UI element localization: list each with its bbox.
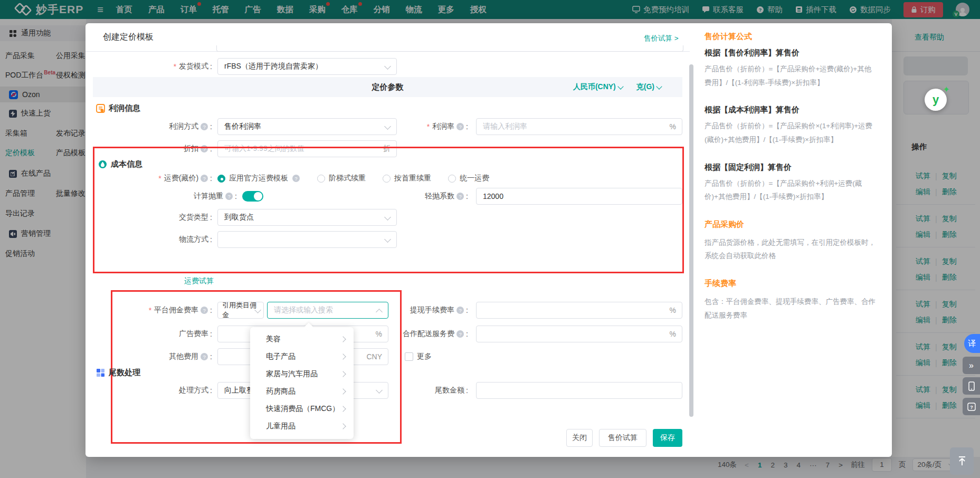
svg-text:?: ? — [970, 404, 973, 409]
category-option-home-auto[interactable]: 家居与汽车用品 — [250, 365, 354, 383]
chevron-down-icon — [384, 214, 391, 221]
freight-trial-link[interactable]: 运费试算 — [184, 276, 214, 286]
category-option-electronics[interactable]: 电子产品 — [250, 348, 354, 365]
logistics-label: 物流方式: — [85, 231, 212, 248]
scrollbar-thumb[interactable] — [689, 64, 693, 417]
withdraw-fee-input[interactable]: % — [476, 302, 682, 319]
help-body: 产品售价（折前价）=【产品采购价×(1+利润率)+运费(藏价)+其他费用】/【(… — [705, 119, 878, 146]
profit-method-label: 利润方式?: — [85, 118, 212, 135]
withdraw-fee-label: 提现手续费率?: — [381, 302, 468, 319]
category-search-select[interactable]: 请选择或输入搜索 — [267, 302, 388, 319]
more-checkbox-row[interactable]: 更多 — [405, 352, 432, 361]
info-icon[interactable]: ? — [201, 307, 208, 314]
info-icon[interactable]: ? — [201, 175, 208, 182]
commission-type-select[interactable]: 引用类目佣金 — [217, 302, 264, 319]
coop-fee-label: 合作配送服务费?: — [381, 326, 468, 342]
chevron-down-icon — [384, 236, 391, 243]
info-icon[interactable]: ? — [456, 193, 464, 200]
help-body: 包含：平台佣金费率、提现手续费率、广告费率、合作配送服务费率 — [705, 295, 878, 322]
radio-tiered-weight[interactable]: 阶梯式续重 — [317, 174, 366, 183]
info-icon[interactable]: ? — [225, 193, 233, 200]
throw-weight-label: 计算抛重?: — [110, 188, 237, 205]
category-dropdown-panel: 美容 电子产品 家居与汽车用品 药房商品 快速消费品（FMCG） 儿童用品 — [250, 327, 354, 439]
modal-scrollbar[interactable] — [689, 55, 693, 454]
profit-icon — [96, 104, 105, 113]
checkbox-icon — [405, 352, 413, 361]
freight-radio-group: 应用官方运费模板? 阶梯式续重 按首重续重 统一运费 — [217, 173, 489, 184]
template-name-input-partial[interactable] — [216, 45, 683, 52]
translate-float-button[interactable]: 译 — [964, 334, 980, 353]
phone-icon — [968, 381, 975, 391]
info-icon[interactable]: ? — [456, 307, 464, 314]
chevron-down-icon — [656, 83, 662, 89]
coop-fee-input[interactable]: % — [476, 326, 682, 342]
chevron-right-icon — [340, 353, 346, 359]
close-button[interactable]: 关闭 — [566, 429, 593, 447]
assistant-float-button[interactable]: y ✦ — [925, 89, 947, 111]
currency-select[interactable]: 人民币(CNY) — [573, 82, 623, 92]
cost-icon — [98, 160, 107, 169]
radio-off-icon — [383, 175, 391, 183]
throw-factor-input[interactable]: 12000 — [476, 188, 682, 205]
radio-flat-freight[interactable]: 统一运费 — [448, 174, 489, 183]
weight-unit-select[interactable]: 克(G) — [636, 82, 661, 92]
help-heading: 根据【固定利润】算售价 — [705, 162, 884, 173]
sparkle-icon: ✦ — [943, 84, 950, 94]
ship-mode-select[interactable]: rFBS（适用于跨境自营卖家） — [217, 58, 397, 75]
rounding-section-header: 尾数处理 — [96, 368, 140, 378]
delivery-type-select[interactable]: 到取货点 — [217, 209, 397, 226]
ship-mode-label: *发货模式: — [85, 58, 212, 75]
radio-official-template[interactable]: 应用官方运费模板? — [217, 174, 300, 183]
chevron-down-icon — [384, 63, 391, 70]
throw-factor-label: 轻抛系数?: — [381, 188, 468, 205]
radio-on-icon — [217, 175, 225, 183]
chevron-right-icon — [340, 423, 346, 429]
profit-method-select[interactable]: 售价利润率 — [217, 118, 397, 135]
info-icon[interactable]: ? — [292, 175, 300, 182]
freight-label: *运费(藏价)?: — [85, 173, 212, 184]
assistant-logo: y — [933, 93, 939, 107]
info-icon[interactable]: ? — [201, 123, 208, 130]
category-option-pharmacy[interactable]: 药房商品 — [250, 383, 354, 400]
chevron-right-icon — [340, 388, 346, 394]
rounding-amount-label: 尾数金额: — [381, 382, 468, 399]
save-button[interactable]: 保存 — [653, 429, 682, 447]
question-float-button[interactable]: ? — [963, 398, 980, 415]
category-option-children[interactable]: 儿童用品 — [250, 417, 354, 435]
chevron-right-icon — [340, 371, 346, 377]
rounding-amount-input[interactable] — [476, 382, 682, 399]
help-heading: 根据【售价利润率】算售价 — [705, 48, 884, 58]
price-trial-link[interactable]: 售价试算 > — [644, 34, 679, 43]
logistics-select[interactable] — [217, 231, 397, 248]
info-icon[interactable]: ? — [456, 330, 464, 338]
help-heading: 根据【成本利润率】算售价 — [705, 105, 884, 115]
radio-first-continue-weight[interactable]: 按首重续重 — [383, 174, 431, 183]
cost-section-header: 成本信息 — [98, 159, 142, 169]
help-panel: 售价计算公式 根据【售价利润率】算售价 产品售价（折前价）=【产品采购价+运费(… — [697, 23, 884, 338]
info-icon[interactable]: ? — [201, 353, 208, 360]
help-body: 产品售价（折前价）=【产品采购价+利润+运费(藏价)+其他费用】/【(1-手续费… — [705, 177, 878, 204]
back-to-top-button[interactable] — [950, 447, 974, 475]
category-option-beauty[interactable]: 美容 — [250, 330, 354, 348]
price-trial-button[interactable]: 售价试算 — [599, 429, 646, 447]
throw-weight-toggle[interactable] — [242, 191, 263, 202]
chevron-right-icon — [340, 406, 346, 412]
rounding-icon — [96, 368, 105, 377]
chevron-right-icon — [340, 336, 346, 342]
mobile-float-button[interactable] — [963, 377, 980, 395]
info-icon[interactable]: ? — [456, 123, 464, 130]
help-title-formula: 售价计算公式 — [705, 32, 884, 42]
profit-section-header: 利润信息 — [96, 103, 140, 113]
category-option-fmcg[interactable]: 快速消费品（FMCG） — [250, 400, 354, 417]
help-body: 指产品货源价格，此处无需填写，在引用定价模板时，系统会自动获取此价格 — [705, 236, 878, 263]
question-icon: ? — [967, 403, 976, 411]
chevron-down-icon — [617, 83, 623, 89]
create-pricing-template-modal: 创建定价模板 售价试算 > *发货模式: rFBS（适用于跨境自营卖家） 定价参… — [85, 23, 892, 457]
modal-title: 创建定价模板 — [103, 32, 154, 43]
pricing-params-bar: 定价参数 人民币(CNY) 克(G) — [93, 77, 682, 97]
rounding-method-label: 处理方式: — [85, 382, 212, 399]
radio-off-icon — [448, 175, 456, 183]
help-title-purchase: 产品采购价 — [705, 219, 884, 230]
profit-rate-input[interactable]: 请输入利润率% — [476, 118, 682, 135]
collapse-float-button[interactable]: » — [963, 357, 980, 374]
